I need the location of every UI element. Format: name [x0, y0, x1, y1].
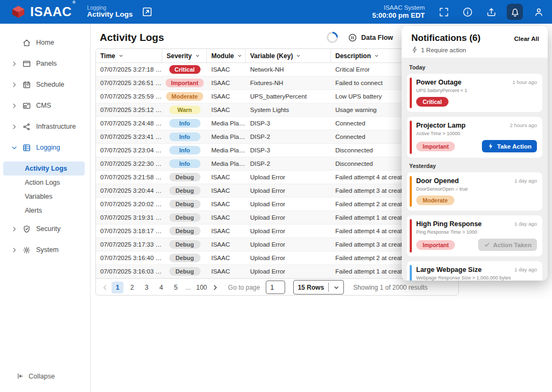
notification-card-bottom: ImportantAction Taken: [416, 239, 537, 251]
cell-variable: System Lights: [246, 107, 331, 113]
sidebar-item-panels[interactable]: Panels: [0, 57, 90, 71]
sidebar-item-security[interactable]: Security: [0, 222, 90, 236]
notification-condition: Webpage Response Size > 1,000,000 bytes: [416, 275, 537, 281]
cell-time: 07/07/2025 3:23:04 PM: [96, 147, 162, 153]
notification-timestamp: 1 day ago: [514, 267, 537, 272]
bolt-icon: [487, 143, 494, 150]
action-button-label: Action Taken: [493, 242, 532, 248]
notification-card[interactable]: Large Webpage Size1 day agoWebpage Respo…: [407, 261, 542, 281]
severity-stripe: [410, 176, 412, 207]
take-action-button[interactable]: Take Action: [482, 140, 537, 152]
upload-button[interactable]: [483, 4, 499, 20]
cell-variable: DISP-3: [246, 147, 331, 153]
page-button-1[interactable]: 1: [112, 282, 123, 293]
cell-module: ISAAC: [207, 107, 246, 113]
sidebar-item-label: System: [36, 246, 59, 254]
data-flow-toggle[interactable]: Data Flow: [348, 33, 393, 43]
person-icon: [533, 6, 544, 18]
severity-badge: Critical: [416, 97, 448, 107]
system-name: ISAAC System: [372, 4, 425, 11]
severity-badge: Important: [165, 79, 204, 87]
sidebar-collapse-button[interactable]: Collapse: [16, 372, 55, 380]
notifications-list: TodayPower Outage1 hour agoUPS batteryPe…: [402, 58, 548, 281]
page-button-5[interactable]: 5: [170, 282, 182, 293]
cell-variable: UPS_batteryPercent: [246, 93, 331, 100]
fullscreen-button[interactable]: [436, 4, 452, 20]
column-header-label: Description: [335, 52, 371, 60]
page-button-3[interactable]: 3: [141, 282, 153, 293]
severity-badge: Debug: [169, 267, 201, 276]
cell-module: ISAAC: [207, 228, 246, 234]
severity-badge: Warn: [169, 106, 201, 114]
action-button-label: Take Action: [497, 143, 532, 150]
collapse-icon: [16, 372, 24, 380]
open-external-icon[interactable]: [141, 6, 153, 18]
account-button[interactable]: [530, 4, 547, 20]
action-taken-button: Action Taken: [478, 239, 537, 251]
pause-circle-icon: [348, 33, 357, 43]
notification-condition: UPS batteryPercent < 1: [416, 88, 537, 93]
goto-page-input[interactable]: [266, 281, 285, 294]
infrastructure-icon: [22, 122, 31, 131]
sort-chevron-icon: [374, 53, 380, 59]
app-root: ISAAC® Logging Activity Logs ISAAC Syste…: [0, 0, 552, 392]
notification-card[interactable]: Door Opened1 day agoDoorSensorOpen = tru…: [407, 172, 542, 211]
sidebar-item-variables[interactable]: Variables: [3, 190, 85, 204]
sidebar-item-alerts[interactable]: Alerts: [3, 204, 85, 218]
cell-module: ISAAC: [207, 214, 246, 221]
system-icon: [22, 246, 31, 255]
sidebar-item-activity-logs[interactable]: Activity Logs: [3, 162, 85, 176]
cell-severity: Debug: [162, 200, 207, 208]
page-button-4[interactable]: 4: [155, 282, 167, 293]
sidebar-item-infrastructure[interactable]: Infrastructure: [0, 120, 90, 134]
rows-per-page-select[interactable]: 15 Rows: [293, 280, 344, 295]
notification-card-top: Door Opened1 day ago: [416, 177, 537, 185]
cell-time: 07/07/2025 3:20:44 PM: [96, 187, 162, 194]
sidebar-item-label: Security: [36, 225, 60, 233]
sidebar-item-home[interactable]: Home: [0, 36, 90, 50]
column-header-module[interactable]: Module: [207, 49, 246, 62]
cell-time: 07/07/2025 3:21:58 PM: [96, 174, 162, 180]
sidebar-item-action-logs[interactable]: Action Logs: [3, 176, 85, 190]
cell-time: 07/07/2025 3:24:48 PM: [96, 120, 162, 127]
page-button-2[interactable]: 2: [126, 282, 138, 293]
sidebar-nav: HomePanelsScheduleCMSInfrastructureLoggi…: [0, 36, 90, 257]
results-summary: Showing 1 of 2000 results: [353, 284, 427, 291]
column-header-severity[interactable]: Severity: [162, 49, 207, 62]
prev-page-icon[interactable]: [101, 284, 109, 291]
sidebar-item-system[interactable]: System: [0, 243, 90, 257]
notification-timestamp: 1 hour ago: [513, 79, 537, 85]
severity-badge: Moderate: [416, 195, 454, 205]
notifications-panel: Notifications (6) Clear All 1 Require ac…: [402, 26, 548, 281]
chevron-right-icon: [11, 102, 18, 109]
notification-card-top: Projector Lamp2 hours ago: [416, 122, 537, 129]
cell-variable: Upload Error: [246, 214, 331, 221]
cell-variable: DISP-3: [246, 120, 331, 127]
page-button-100[interactable]: 100: [195, 282, 209, 293]
sidebar-item-label: Logging: [36, 144, 60, 151]
next-page-icon[interactable]: [211, 284, 219, 291]
sidebar-item-logging[interactable]: Logging: [0, 141, 90, 155]
brand: ISAAC®: [0, 4, 75, 19]
column-header-variable-key-[interactable]: Variable (Key): [246, 49, 331, 62]
cell-severity: Debug: [162, 213, 207, 222]
sidebar-item-cms[interactable]: CMS: [0, 99, 90, 113]
notification-card[interactable]: High Ping Response1 day agoPing Response…: [407, 215, 542, 256]
severity-stripe: [410, 78, 412, 108]
sidebar-item-schedule[interactable]: Schedule: [0, 78, 90, 92]
column-header-time[interactable]: Time: [96, 49, 162, 62]
sidebar-sublist: Activity LogsAction LogsVariablesAlerts: [0, 162, 90, 218]
top-bar: ISAAC® Logging Activity Logs ISAAC Syste…: [0, 0, 552, 24]
cell-severity: Critical: [162, 65, 207, 74]
severity-badge: Important: [416, 240, 455, 250]
notifications-button[interactable]: [507, 4, 523, 20]
cell-severity: Info: [162, 146, 207, 155]
column-header-label: Module: [211, 52, 234, 60]
notification-card[interactable]: Power Outage1 hour agoUPS batteryPercent…: [407, 74, 542, 112]
notification-card-bottom: Moderate: [416, 195, 537, 205]
info-button[interactable]: [459, 4, 475, 20]
cell-module: ISAAC: [207, 268, 246, 275]
notification-card[interactable]: Projector Lamp2 hours agoActive Time > 1…: [407, 117, 542, 158]
check-icon: [484, 241, 491, 248]
clear-all-button[interactable]: Clear All: [514, 36, 539, 42]
